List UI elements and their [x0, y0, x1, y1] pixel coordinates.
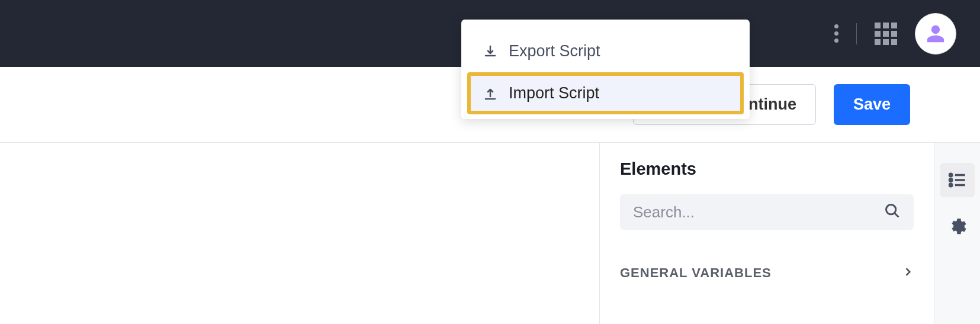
- gear-icon: [949, 217, 966, 235]
- import-script-item[interactable]: Import Script: [467, 72, 744, 114]
- export-script-label: Export Script: [509, 42, 600, 60]
- search-icon: [884, 203, 901, 222]
- apps-grid-icon: [875, 23, 897, 45]
- search-input[interactable]: [633, 203, 884, 222]
- import-script-label: Import Script: [509, 84, 599, 102]
- svg-point-4: [949, 179, 952, 181]
- user-icon: [926, 24, 946, 44]
- svg-point-6: [949, 184, 952, 186]
- svg-point-0: [886, 205, 896, 214]
- script-dropdown: Export Script Import Script: [461, 20, 750, 119]
- general-variables-label: GENERAL VARIABLES: [620, 265, 772, 281]
- search-box[interactable]: [620, 194, 914, 230]
- more-menu-button[interactable]: [834, 24, 838, 43]
- right-rail: [934, 143, 980, 324]
- upload-icon: [483, 86, 498, 101]
- chevron-right-icon: [902, 266, 914, 280]
- apps-button[interactable]: [875, 23, 897, 45]
- general-variables-section[interactable]: GENERAL VARIABLES: [620, 265, 914, 281]
- avatar[interactable]: [915, 13, 956, 54]
- svg-line-1: [895, 213, 899, 217]
- elements-panel: Elements GENERAL VARIABLES: [599, 143, 934, 324]
- settings-tab-button[interactable]: [940, 209, 975, 243]
- kebab-icon: [834, 24, 838, 43]
- list-icon: [947, 170, 968, 190]
- svg-point-2: [949, 174, 952, 176]
- elements-tab-button[interactable]: [940, 163, 975, 197]
- export-script-item[interactable]: Export Script: [467, 30, 744, 72]
- main-area: Elements GENERAL VARIABLES: [0, 143, 980, 324]
- elements-title: Elements: [620, 159, 914, 179]
- download-icon: [483, 44, 498, 59]
- save-button[interactable]: Save: [834, 84, 910, 125]
- canvas-area[interactable]: [0, 143, 599, 324]
- header-divider: [856, 23, 857, 44]
